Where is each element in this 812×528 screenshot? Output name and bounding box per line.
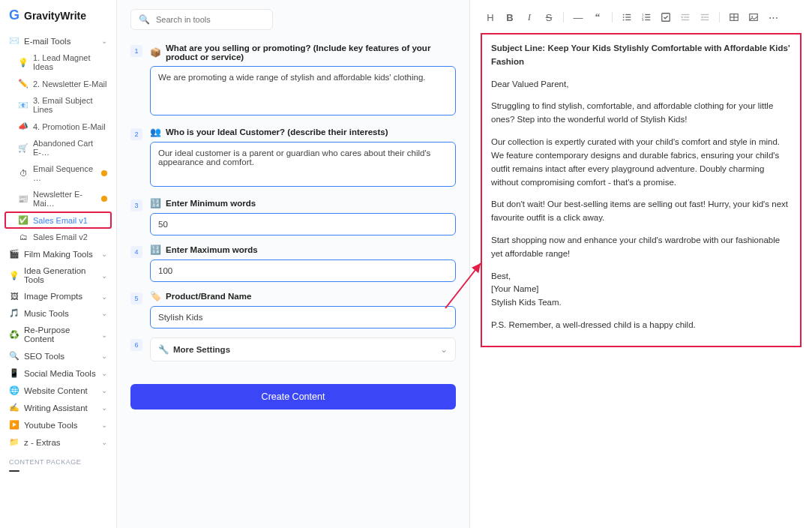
sidebar-item-0[interactable]: 💡1. Lead Magnet Ideas [4, 50, 112, 75]
chevron-down-icon: ⌄ [101, 331, 107, 339]
indent-right-button[interactable] [677, 9, 694, 26]
svg-point-0 [623, 14, 625, 16]
output-paragraph: Our collection is expertly curated with … [491, 136, 791, 189]
q2-label: Who is your Ideal Customer? (describe th… [166, 128, 388, 136]
sidebar-cat-1[interactable]: 💡Idea Generation Tools⌄ [4, 262, 112, 288]
sidebar-cat-label: Music Tools [24, 309, 97, 318]
output-paragraph: P.S. Remember, a well-dressed child is a… [491, 319, 791, 332]
more-button[interactable]: ⋯ [765, 9, 781, 26]
svg-point-23 [751, 16, 753, 17]
quote-button[interactable]: “ [589, 9, 606, 26]
sidebar-item-label: Sales Email v1 [33, 216, 107, 225]
sidebar-cat-label: Writing Assistant [24, 404, 97, 412]
number-icon: 🔢 [150, 198, 161, 208]
sidebar-cat-email-tools[interactable]: ✉️ E-mail Tools ⌄ [4, 32, 112, 50]
output-paragraph: Struggling to find stylish, comfortable,… [491, 100, 791, 127]
sidebar-cat-5[interactable]: 🔍SEO Tools⌄ [4, 347, 112, 364]
italic-button[interactable]: I [521, 9, 538, 26]
heading-button[interactable]: H [482, 9, 499, 26]
sidebar-cat-6[interactable]: 📱Social Media Tools⌄ [4, 364, 112, 382]
item-icon: ✏️ [18, 79, 28, 88]
sidebar-cat-3[interactable]: 🎵Music Tools⌄ [4, 304, 112, 322]
search-box[interactable]: 🔍 [130, 9, 273, 30]
chevron-down-icon: ⌄ [101, 386, 107, 394]
sidebar-cat-8[interactable]: ✍️Writing Assistant⌄ [4, 399, 112, 416]
logo-text: GravityWrite [24, 10, 86, 22]
indent-left-button[interactable] [697, 9, 713, 26]
chevron-down-icon: ⌄ [101, 309, 107, 317]
q5-input[interactable] [150, 306, 456, 328]
sidebar-cat-9[interactable]: ▶️Youtube Tools⌄ [4, 416, 112, 434]
sidebar-item-7[interactable]: ✅Sales Email v1 [4, 212, 112, 229]
sidebar-item-label: Email Sequence … [33, 164, 94, 182]
output-paragraph: But don't wait! Our best-selling items a… [491, 198, 791, 225]
svg-text:3: 3 [642, 18, 644, 22]
sidebar-item-8[interactable]: 🗂Sales Email v2 [4, 229, 112, 245]
numbered-list-button[interactable]: 123 [638, 9, 655, 26]
q5-label: Product/Brand Name [166, 292, 251, 301]
image-button[interactable] [745, 9, 762, 26]
q4-label: Enter Maximum words [166, 245, 258, 254]
item-icon: ✅ [18, 215, 28, 225]
sidebar-cat-4[interactable]: ♻️Re-Purpose Content⌄ [4, 322, 112, 347]
more-settings-row[interactable]: 🔧More Settings ⌄ [150, 338, 456, 362]
cat-icon: ▶️ [9, 420, 19, 430]
item-icon: 🗂 [18, 232, 28, 242]
chevron-down-icon: ⌄ [101, 37, 107, 45]
strike-button[interactable]: S [541, 9, 557, 26]
q3-input[interactable] [150, 213, 456, 236]
sidebar-cat-2[interactable]: 🖼Image Prompts⌄ [4, 288, 112, 304]
sidebar-cat-label: Idea Generation Tools [24, 266, 97, 284]
new-badge [101, 196, 107, 202]
step-6-badge: 6 [130, 339, 142, 351]
sidebar-item-label: Abandoned Cart E-… [33, 139, 107, 157]
output-paragraph: Dear Valued Parent, [491, 78, 791, 92]
output-paragraph: Best, [Your Name] Stylish Kids Team. [491, 270, 791, 310]
item-icon: 📣 [18, 122, 28, 131]
cat-icon: 💡 [9, 271, 19, 280]
tag-icon: 🏷️ [150, 291, 161, 302]
sidebar-item-label: Newsletter E-Mai… [33, 190, 94, 208]
cat-icon: 📱 [9, 368, 19, 378]
bullet-list-button[interactable] [619, 9, 635, 26]
cat-icon: 📁 [9, 437, 19, 447]
hr-button[interactable]: — [570, 9, 586, 26]
sidebar-cat-7[interactable]: 🌐Website Content⌄ [4, 382, 112, 399]
new-badge [101, 170, 107, 176]
sidebar-item-label: 1. Lead Magnet Ideas [33, 53, 107, 71]
q1-input[interactable] [150, 66, 456, 116]
create-content-button[interactable]: Create Content [130, 384, 456, 410]
item-icon: ⏱ [18, 169, 28, 178]
search-input[interactable] [156, 15, 265, 24]
sidebar-cat-10[interactable]: 📁z - Extras⌄ [4, 434, 112, 451]
sidebar-cat-label: Film Making Tools [24, 250, 97, 259]
sidebar-item-4[interactable]: 🛒Abandoned Cart E-… [4, 135, 112, 160]
q3-label: Enter Minimum words [166, 199, 256, 208]
sidebar-cat-label: z - Extras [24, 438, 97, 447]
logo-icon: G [9, 8, 19, 23]
q4-input[interactable] [150, 260, 456, 282]
output-paragraph: Start shopping now and enhance your chil… [491, 234, 791, 261]
sidebar-cat-0[interactable]: 🎬Film Making Tools⌄ [4, 245, 112, 262]
bold-button[interactable]: B [502, 9, 518, 26]
sidebar-item-5[interactable]: ⏱Email Sequence … [4, 160, 112, 186]
step-1-badge: 1 [130, 45, 142, 57]
sidebar-item-label: 3. Email Subject Lines [33, 96, 107, 114]
checklist-button[interactable] [658, 9, 674, 26]
sidebar-item-6[interactable]: 📰Newsletter E-Mai… [4, 186, 112, 212]
chevron-down-icon: ⌄ [101, 369, 107, 377]
table-button[interactable] [726, 9, 742, 26]
chevron-down-icon: ⌄ [101, 272, 107, 280]
form-column: 🔍 1 📦What are you selling or promoting? … [117, 0, 469, 528]
cat-icon: ✍️ [9, 403, 19, 412]
sidebar-item-3[interactable]: 📣4. Promotion E-Mail [4, 118, 112, 135]
sidebar-item-label: 4. Promotion E-Mail [33, 122, 107, 131]
mail-icon: ✉️ [9, 36, 19, 46]
q2-input[interactable] [150, 142, 456, 187]
sidebar-item-2[interactable]: 📧3. Email Subject Lines [4, 92, 112, 118]
q1-label: What are you selling or promoting? (Incl… [166, 44, 456, 62]
chevron-down-icon: ⌄ [440, 344, 448, 355]
logo[interactable]: G GravityWrite [0, 0, 116, 32]
svg-point-2 [623, 16, 625, 18]
sidebar-item-1[interactable]: ✏️2. Newsletter E-Mail [4, 75, 112, 92]
